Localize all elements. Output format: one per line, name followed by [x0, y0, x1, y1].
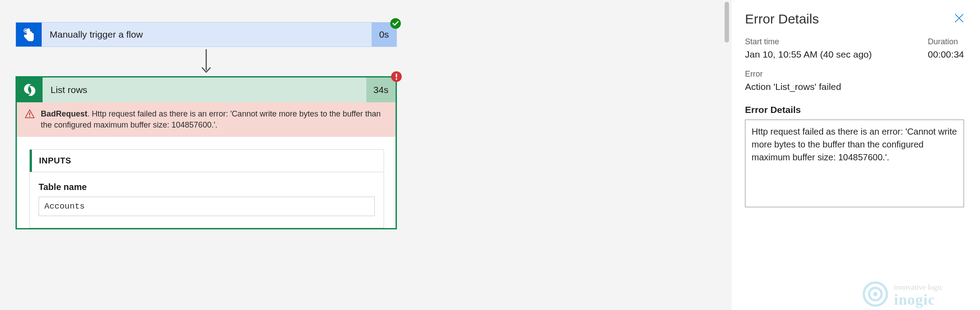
- error-code: BadRequest: [41, 109, 87, 118]
- svg-point-9: [869, 288, 882, 300]
- field-label-table-name: Table name: [39, 182, 375, 192]
- flow-connector: [16, 47, 397, 76]
- start-time-value: Jan 10, 10:55 AM (40 sec ago): [745, 49, 906, 60]
- trigger-card[interactable]: Manually trigger a flow 0s: [16, 22, 397, 47]
- field-table-name-input[interactable]: [39, 197, 375, 216]
- dataverse-icon: [22, 82, 37, 97]
- close-button[interactable]: [954, 13, 964, 25]
- svg-point-3: [396, 78, 397, 80]
- duration-label: Duration: [928, 37, 964, 46]
- error-details-panel: Error Details Start time Jan 10, 10:55 A…: [732, 0, 980, 310]
- check-icon: [392, 21, 399, 26]
- flow-canvas: Manually trigger a flow 0s List rows 34s: [0, 0, 722, 310]
- svg-point-8: [864, 283, 887, 306]
- exclamation-icon: [395, 73, 398, 80]
- error-banner: BadRequest. Http request failed as there…: [17, 102, 396, 137]
- svg-point-0: [25, 30, 27, 31]
- canvas-scrollbar[interactable]: [722, 0, 732, 310]
- action-duration: 34s: [366, 78, 396, 102]
- error-details-textarea[interactable]: Http request failed as there is an error…: [745, 120, 964, 207]
- inputs-fields: Table name: [30, 172, 384, 228]
- error-banner-message: . Http request failed as there is an err…: [41, 109, 380, 129]
- svg-point-5: [29, 116, 31, 117]
- duration-value: 00:00:34: [928, 49, 964, 60]
- inputs-header: INPUTS: [30, 150, 384, 172]
- inputs-panel: INPUTS Table name: [29, 149, 384, 228]
- watermark-logo: innovative logic inogic: [859, 276, 970, 310]
- svg-text:inogic: inogic: [894, 291, 935, 308]
- action-header: List rows 34s: [17, 78, 396, 102]
- warning-icon: [25, 109, 35, 131]
- trigger-title: Manually trigger a flow: [42, 23, 372, 46]
- manual-trigger-icon: [23, 27, 35, 42]
- status-success-badge: [390, 18, 401, 29]
- error-action-text: Action 'List_rows' failed: [745, 81, 964, 92]
- svg-text:innovative logic: innovative logic: [894, 283, 943, 291]
- svg-rect-4: [29, 112, 30, 115]
- scrollbar-thumb[interactable]: [725, 2, 729, 43]
- action-card[interactable]: List rows 34s BadRequest. Http request f…: [16, 76, 397, 229]
- svg-point-10: [873, 292, 878, 296]
- action-body: INPUTS Table name: [17, 137, 396, 228]
- close-icon: [954, 13, 964, 23]
- action-title: List rows: [43, 78, 366, 102]
- svg-rect-2: [396, 74, 397, 78]
- panel-title: Error Details: [745, 12, 819, 27]
- error-banner-text: BadRequest. Http request failed as there…: [41, 108, 387, 131]
- action-icon-box: [17, 78, 43, 102]
- error-details-label: Error Details: [745, 105, 964, 115]
- start-time-label: Start time: [745, 37, 906, 46]
- error-label: Error: [745, 70, 964, 79]
- status-error-badge: [391, 71, 402, 82]
- trigger-icon-box: [16, 23, 42, 46]
